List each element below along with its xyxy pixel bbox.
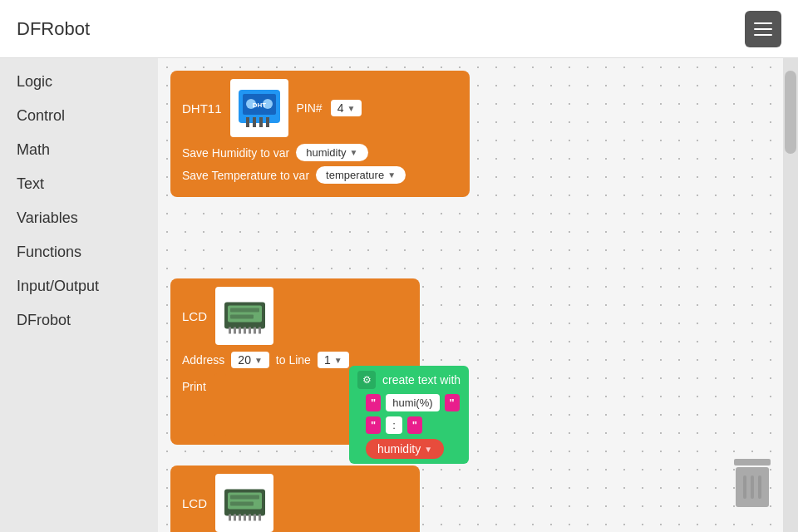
app-title: DFRobot — [17, 18, 90, 40]
trash-line-2 — [751, 475, 754, 499]
trash-lines — [743, 475, 761, 499]
create-text-label: create text with — [382, 373, 461, 387]
lcd-svg-1 — [222, 293, 268, 339]
canvas-area: DHT11 DHT — [158, 58, 798, 532]
lcd-2-header: LCD — [182, 474, 408, 532]
lcd-2-image — [215, 474, 273, 532]
dht11-sensor-image: DHT — [230, 79, 288, 137]
trash-icon-container[interactable] — [732, 457, 773, 507]
svg-rect-7 — [266, 117, 269, 127]
save-humidity-label: Save Humidity to var — [182, 146, 289, 160]
lcd-svg-2 — [222, 480, 268, 526]
gear-icon[interactable]: ⚙ — [357, 371, 376, 389]
humidity-dropdown-arrow: ▼ — [350, 148, 358, 157]
temp-row: Save Temperature to var temperature ▼ — [182, 166, 458, 184]
create-text-block-1: ⚙ create text with " humi(%) " " : " hum… — [349, 366, 469, 464]
sidebar-item-control[interactable]: Control — [0, 99, 158, 133]
sidebar: Logic Control Math Text Variables Functi… — [0, 58, 158, 532]
trash-body — [736, 467, 769, 507]
svg-rect-30 — [259, 514, 261, 520]
dht11-block-body: DHT11 DHT — [170, 71, 470, 197]
svg-rect-14 — [234, 327, 236, 333]
temp-var-value: temperature — [326, 169, 384, 181]
svg-rect-11 — [230, 308, 259, 312]
temp-dropdown-arrow: ▼ — [387, 170, 396, 180]
sidebar-item-text[interactable]: Text — [0, 167, 158, 201]
humi-value: humi(%) — [386, 394, 439, 411]
lcd-1-image — [215, 287, 273, 345]
lcd-block-2-body: LCD — [170, 466, 420, 532]
sidebar-item-inputoutput[interactable]: Input/Output — [0, 269, 158, 303]
lcd-2-label: LCD — [182, 496, 207, 510]
pin-value: 4 — [337, 101, 344, 115]
svg-rect-18 — [254, 327, 256, 333]
humidity-row: Save Humidity to var humidity ▼ — [182, 144, 458, 161]
lcd-1-address-arrow: ▼ — [254, 356, 263, 365]
temp-var-badge[interactable]: temperature ▼ — [316, 166, 406, 184]
svg-rect-15 — [239, 327, 241, 333]
header: DFRobot — [0, 0, 798, 58]
scrollbar-thumb[interactable] — [785, 71, 796, 154]
lcd-1-print-label: Print — [182, 373, 211, 393]
lcd-1-address-label: Address — [182, 353, 224, 367]
sidebar-item-dfrobot[interactable]: DFrobot — [0, 303, 158, 337]
lcd-1-header: LCD — [182, 287, 408, 345]
hamburger-line-3 — [754, 34, 772, 36]
lcd-1-line-badge[interactable]: 1 ▼ — [318, 352, 349, 368]
close-quote-1: " — [445, 394, 460, 411]
scrollbar[interactable] — [783, 58, 798, 532]
print-connector-1 — [214, 373, 226, 436]
svg-text:DHT: DHT — [252, 101, 266, 109]
dht11-label: DHT11 — [182, 101, 222, 116]
lcd-1-line-value: 1 — [324, 353, 331, 367]
lcd-block-2: LCD — [170, 466, 420, 532]
trash-line-1 — [743, 475, 746, 499]
create-text-inner: ⚙ create text with " humi(%) " " : " hum… — [349, 366, 469, 464]
svg-rect-19 — [259, 327, 261, 333]
svg-rect-13 — [229, 327, 231, 333]
humidity-var-badge[interactable]: humidity ▼ — [296, 144, 367, 161]
sidebar-item-math[interactable]: Math — [0, 133, 158, 167]
sidebar-item-functions[interactable]: Functions — [0, 235, 158, 269]
lcd-1-address-value: 20 — [238, 353, 251, 367]
main-layout: Logic Control Math Text Variables Functi… — [0, 58, 798, 532]
sidebar-item-variables[interactable]: Variables — [0, 201, 158, 235]
sidebar-item-logic[interactable]: Logic — [0, 65, 158, 99]
hamburger-line-2 — [754, 28, 772, 30]
svg-rect-25 — [234, 514, 236, 520]
humidity-var-block[interactable]: humidity ▼ — [366, 439, 444, 459]
lcd-1-label: LCD — [182, 309, 207, 323]
colon-value: : — [386, 416, 402, 434]
svg-rect-5 — [253, 117, 256, 127]
open-quote-1: " — [366, 394, 381, 411]
svg-rect-12 — [230, 314, 254, 318]
close-quote-2: " — [407, 416, 422, 434]
svg-rect-23 — [230, 501, 254, 505]
svg-rect-27 — [244, 514, 246, 520]
pin-label: PIN# — [297, 101, 323, 115]
svg-rect-26 — [239, 514, 241, 520]
svg-rect-28 — [249, 514, 251, 520]
text-item-humi: " humi(%) " — [357, 394, 461, 411]
dht11-svg: DHT — [234, 86, 284, 131]
pin-dropdown-arrow: ▼ — [347, 104, 355, 113]
dht11-block-header: DHT11 DHT — [182, 79, 458, 137]
humidity-var-arrow: ▼ — [424, 445, 432, 454]
svg-rect-16 — [244, 327, 246, 333]
svg-rect-24 — [229, 514, 231, 520]
save-temp-label: Save Temperature to var — [182, 169, 309, 182]
lcd-1-toline-label: to Line — [276, 353, 311, 367]
svg-rect-22 — [230, 495, 259, 499]
svg-rect-17 — [249, 327, 251, 333]
open-quote-2: " — [366, 416, 381, 434]
trash-lid — [734, 459, 771, 466]
svg-rect-6 — [259, 117, 263, 127]
lcd-1-line-arrow: ▼ — [334, 356, 342, 365]
svg-rect-29 — [254, 514, 256, 520]
humidity-var-value: humidity — [306, 146, 346, 159]
pin-value-badge[interactable]: 4 ▼ — [331, 100, 362, 116]
lcd-1-address-badge[interactable]: 20 ▼ — [231, 352, 268, 368]
text-item-colon: " : " — [357, 416, 461, 434]
menu-button[interactable] — [745, 11, 781, 47]
text-item-humidity-var: humidity ▼ — [357, 439, 461, 459]
